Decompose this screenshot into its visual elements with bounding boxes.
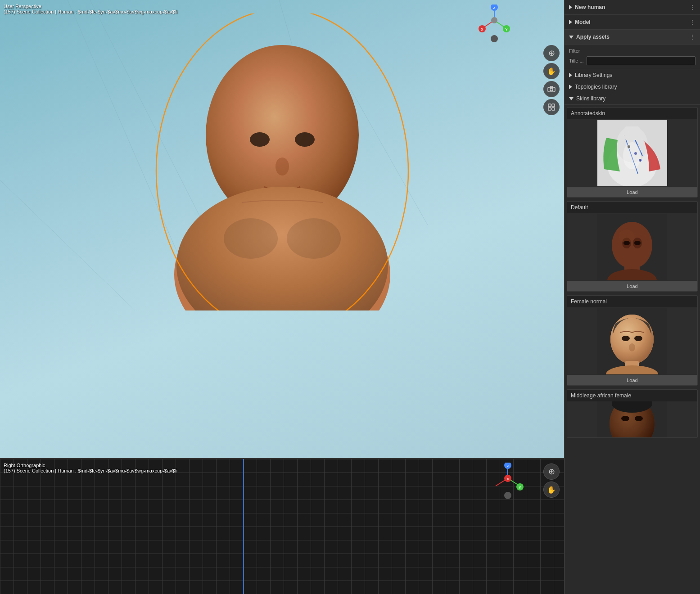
svg-point-10: [275, 158, 289, 176]
skin-female-load-btn[interactable]: Load: [567, 375, 697, 385]
svg-point-59: [623, 241, 630, 245]
topologies-expand-icon: [569, 85, 572, 89]
camera-button[interactable]: [543, 81, 560, 97]
svg-text:X: X: [481, 27, 483, 32]
ortho-hand-button[interactable]: ✋: [543, 482, 560, 498]
topologies-library-item[interactable]: Topologies library: [565, 81, 700, 93]
svg-text:X: X: [506, 477, 509, 481]
apply-assets-label: Apply assets: [576, 34, 610, 40]
svg-point-24: [491, 17, 497, 23]
model-expand-icon: [569, 20, 572, 24]
svg-rect-31: [548, 108, 551, 110]
svg-point-66: [629, 343, 635, 351]
svg-rect-29: [548, 104, 551, 107]
new-human-menu[interactable]: ⋮: [689, 4, 695, 11]
filter-field-label: Title ...: [569, 58, 584, 63]
ortho-zoom-button[interactable]: ⊕: [543, 464, 560, 480]
library-settings-label: Library Settings: [575, 72, 612, 78]
svg-text:Z: Z: [507, 464, 509, 468]
gizmo-ortho: Z X Y: [492, 463, 524, 494]
svg-text:Y: Y: [519, 486, 521, 490]
skin-annotated-title: Annotatedskin: [567, 108, 697, 119]
svg-point-72: [621, 416, 629, 421]
svg-point-11: [176, 187, 388, 310]
grid-button[interactable]: [543, 99, 560, 115]
apply-assets-menu[interactable]: ⋮: [689, 33, 695, 40]
svg-rect-51: [624, 126, 640, 140]
viewport-top-label: User Perspective (157) Scene Collection …: [4, 4, 177, 14]
right-panel: New human ⋮ Model ⋮ Apply assets ⋮ Filte…: [564, 0, 700, 594]
svg-point-64: [622, 336, 630, 341]
skin-default-load-btn[interactable]: Load: [567, 281, 697, 291]
skins-library-item[interactable]: Skins library: [565, 93, 700, 104]
svg-point-65: [634, 336, 642, 341]
svg-point-60: [634, 241, 641, 245]
ortho-grid-bg: [0, 459, 564, 594]
skin-middleage-thumbnail: [567, 401, 697, 437]
viewport-3d[interactable]: User Perspective (157) Scene Collection …: [0, 0, 564, 459]
svg-point-27: [550, 88, 553, 91]
hand-button[interactable]: ✋: [543, 63, 560, 79]
skins-expand-icon: [569, 97, 574, 100]
filter-section: Filter Title ...: [565, 45, 700, 69]
skin-annotated-thumbnail: [567, 119, 697, 187]
zoom-button[interactable]: ⊕: [543, 45, 560, 61]
skins-label: Skins library: [576, 95, 605, 102]
svg-line-4: [0, 180, 135, 310]
skin-female-thumbnail: [567, 307, 697, 375]
svg-text:Y: Y: [505, 27, 508, 32]
skin-default-thumbnail: [567, 213, 697, 281]
ortho-toolbar: ⊕ ✋: [543, 464, 560, 498]
svg-point-73: [635, 416, 643, 421]
svg-point-53: [612, 222, 652, 269]
skins-section: Annotatedskin: [565, 105, 700, 440]
model-label: Model: [575, 19, 591, 25]
svg-point-8: [250, 132, 270, 147]
apply-assets-expand-icon: [569, 36, 574, 39]
human-figure: [125, 14, 440, 310]
svg-point-63: [610, 315, 654, 364]
svg-rect-32: [552, 108, 555, 110]
filter-input[interactable]: [587, 56, 695, 65]
library-settings-expand-icon: [569, 73, 572, 77]
skin-female-title: Female normal: [567, 296, 697, 307]
gizmo-top-3d: Z Y X: [479, 4, 510, 36]
skin-item-female: Female normal: [567, 295, 698, 386]
viewport-toolbar-top: ⊕ ✋: [543, 45, 560, 115]
new-human-expand-icon: [569, 5, 572, 9]
new-human-header[interactable]: New human ⋮: [565, 0, 700, 15]
library-settings-item[interactable]: Library Settings: [565, 69, 700, 81]
svg-point-12: [224, 218, 278, 259]
ortho-center-line: [243, 459, 244, 594]
skin-item-default: Default: [567, 201, 698, 292]
svg-rect-30: [552, 104, 555, 107]
svg-text:Z: Z: [493, 6, 496, 10]
apply-assets-header[interactable]: Apply assets ⋮: [565, 30, 700, 45]
viewport-ortho[interactable]: Right Orthographic (157) Scene Collectio…: [0, 459, 564, 594]
skin-item-middleage: Middleage african female: [567, 389, 698, 438]
new-human-label: New human: [575, 4, 605, 10]
model-header[interactable]: Model ⋮: [565, 15, 700, 30]
svg-point-50: [623, 142, 641, 169]
viewport-bottom-label: Right Orthographic (157) Scene Collectio…: [4, 463, 177, 473]
svg-point-9: [295, 132, 315, 147]
filter-label: Filter: [569, 48, 695, 54]
svg-point-13: [287, 218, 341, 259]
topologies-label: Topologies library: [575, 84, 617, 90]
skin-item-annotated: Annotatedskin: [567, 107, 698, 198]
skin-default-title: Default: [567, 202, 697, 213]
skin-annotated-load-btn[interactable]: Load: [567, 187, 697, 197]
skin-middleage-title: Middleage african female: [567, 390, 697, 401]
model-menu[interactable]: ⋮: [689, 18, 695, 26]
library-tree: Library Settings Topologies library Skin…: [565, 69, 700, 105]
